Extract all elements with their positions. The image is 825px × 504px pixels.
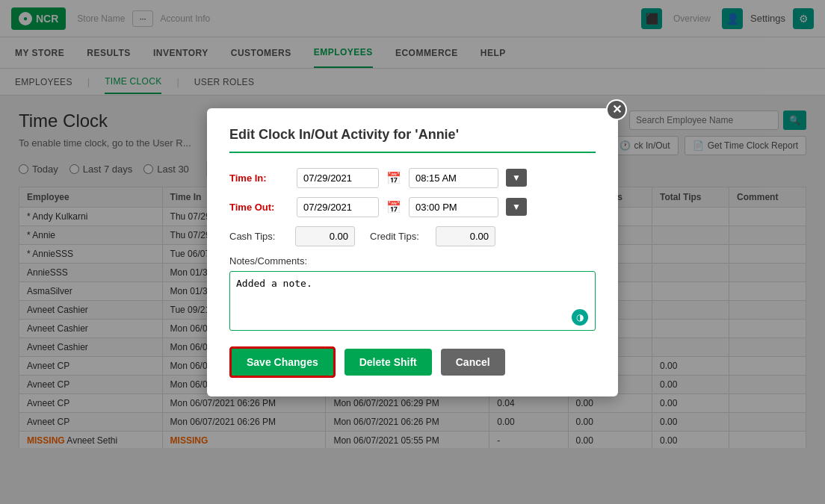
delete-shift-button[interactable]: Delete Shift: [344, 349, 432, 376]
save-changes-button[interactable]: Save Changes: [229, 346, 336, 378]
notes-label: Notes/Comments:: [229, 255, 596, 267]
calendar-out-icon[interactable]: 📅: [386, 200, 401, 214]
notes-spinner: ◑: [572, 309, 588, 326]
cash-tips-input[interactable]: [295, 226, 355, 246]
tips-row: Cash Tips: Credit Tips:: [229, 226, 596, 246]
cash-tips-group: Cash Tips:: [229, 226, 355, 246]
date-in-input[interactable]: [297, 168, 379, 188]
time-in-input[interactable]: [409, 168, 498, 188]
notes-textarea[interactable]: Added a note.: [229, 271, 596, 331]
cash-tips-label: Cash Tips:: [229, 231, 289, 242]
cancel-button[interactable]: Cancel: [441, 349, 505, 376]
credit-tips-group: Credit Tips:: [370, 226, 495, 246]
time-in-row: Time In: 📅 ▼: [229, 168, 596, 188]
time-out-label: Time Out:: [229, 202, 289, 213]
time-out-input[interactable]: [409, 197, 498, 217]
credit-tips-input[interactable]: [436, 226, 495, 246]
credit-tips-label: Credit Tips:: [370, 231, 430, 242]
time-in-label: Time In:: [229, 172, 289, 184]
time-in-chevron[interactable]: ▼: [506, 169, 527, 187]
modal-close-button[interactable]: ✕: [606, 99, 627, 120]
modal-overlay: ✕ Edit Clock In/Out Activity for 'Annie'…: [0, 0, 825, 504]
modal-btn-row: Save Changes Delete Shift Cancel: [229, 346, 596, 378]
notes-wrapper: Added a note. ◑: [229, 271, 596, 333]
time-out-row: Time Out: 📅 ▼: [229, 197, 596, 217]
notes-section: Notes/Comments: Added a note. ◑: [229, 255, 596, 333]
modal-title: Edit Clock In/Out Activity for 'Annie': [229, 127, 596, 153]
time-out-chevron[interactable]: ▼: [506, 198, 527, 216]
edit-modal: ✕ Edit Clock In/Out Activity for 'Annie'…: [207, 108, 618, 396]
calendar-in-icon[interactable]: 📅: [386, 171, 401, 185]
date-out-input[interactable]: [297, 197, 379, 217]
